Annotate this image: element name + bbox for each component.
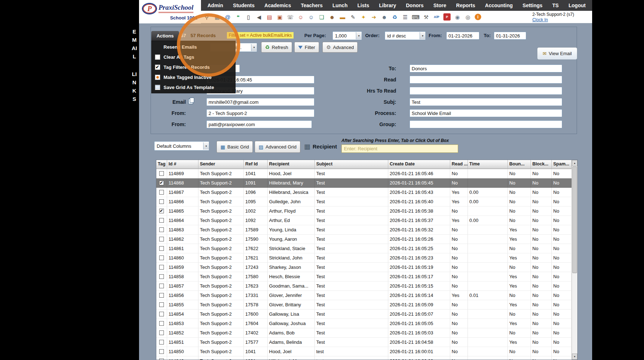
email-input[interactable] xyxy=(206,98,314,106)
scroll-down-button[interactable]: ▼ xyxy=(572,354,577,360)
nav-academics[interactable]: Academics xyxy=(263,3,292,8)
table-row[interactable]: 114859 Tech Support-2 17243 Sharkey, Jas… xyxy=(156,263,572,272)
view-email-button[interactable]: ✉ View Email xyxy=(537,47,577,60)
tag-checkbox[interactable] xyxy=(159,255,164,260)
table-row[interactable]: 114865 Tech Support-2 1002 Arthur, Floyd… xyxy=(156,206,572,216)
nav-settings[interactable]: Settings xyxy=(521,3,544,8)
tag-checkbox[interactable] xyxy=(159,181,164,185)
table-row[interactable]: 114853 Tech Support-2 17604 Galloway, Jo… xyxy=(156,319,572,328)
nav-admin[interactable]: Admin xyxy=(206,3,225,8)
column-header[interactable]: Read ... xyxy=(450,160,468,169)
list-icon[interactable]: ☰ xyxy=(402,13,409,21)
tag-checkbox[interactable] xyxy=(159,284,164,288)
tools-icon[interactable]: ⚒ xyxy=(422,13,430,21)
email-at-icon[interactable]: @ xyxy=(224,13,231,21)
staff-icon[interactable]: ☺ xyxy=(308,13,315,21)
nav-reports[interactable]: Reports xyxy=(455,3,477,8)
order-select[interactable]: id # desc ▼ xyxy=(385,31,426,40)
grid-scrollbar[interactable]: ▲ ▼ xyxy=(572,160,577,360)
pdf-icon[interactable]: P xyxy=(443,13,451,21)
sync-icon[interactable]: ♻ xyxy=(391,13,398,21)
table-row[interactable]: 114851 Tech Support-2 17577 Adams, Belin… xyxy=(156,338,572,347)
nav-ts[interactable]: TS xyxy=(551,3,560,8)
table-row[interactable]: 114864 Tech Support-2 1092 Arthur, Ed Te… xyxy=(156,216,572,225)
table-row[interactable]: 114856 Tech Support-2 17331 Glover, Jenn… xyxy=(156,291,572,300)
fax-icon[interactable]: ☏ xyxy=(287,13,294,21)
disc-icon[interactable]: ◎ xyxy=(464,13,471,21)
table-row[interactable]: 114850 Tech Support-2 1041 Hood, Joel te… xyxy=(156,347,572,356)
column-header[interactable]: Id # xyxy=(167,160,198,169)
announce-icon[interactable]: ◀ xyxy=(255,13,263,21)
menu-item-clear-all-tags[interactable]: Clear All Tags xyxy=(152,52,235,62)
copy-email-icon[interactable] xyxy=(188,99,193,104)
tag-checkbox[interactable] xyxy=(159,171,164,176)
tag-checkbox[interactable] xyxy=(159,359,164,360)
nav-donors[interactable]: Donors xyxy=(404,3,425,8)
tag-checkbox[interactable] xyxy=(159,218,164,223)
table-row[interactable]: 114867 Tech Support-2 1096 Hillebrand, J… xyxy=(156,188,572,197)
table-row[interactable]: 114869 Tech Support-2 1041 Hood, Joel Te… xyxy=(156,169,572,178)
column-header[interactable]: Recipient xyxy=(268,160,315,169)
award-icon[interactable]: ✦ xyxy=(360,13,367,21)
scroll-thumb[interactable] xyxy=(572,166,577,273)
info-icon[interactable]: i xyxy=(475,14,481,20)
column-header[interactable]: Sender xyxy=(198,160,244,169)
process-input[interactable] xyxy=(410,109,562,117)
column-header[interactable]: Subject xyxy=(315,160,388,169)
nav-lists[interactable]: Lists xyxy=(356,3,371,8)
table-row[interactable]: 114862 Tech Support-2 17590 Young, Aaron… xyxy=(156,235,572,244)
table-row[interactable]: 114854 Tech Support-2 17600 Galloway, Li… xyxy=(156,310,572,319)
per-page-select[interactable]: 1,000 ▼ xyxy=(332,31,362,40)
date-from-input[interactable] xyxy=(446,32,479,40)
search-icon[interactable]: ⚲ xyxy=(203,13,210,21)
column-header[interactable]: Spam... xyxy=(552,160,572,169)
nav-library[interactable]: Library xyxy=(377,3,397,8)
table-row[interactable]: 114863 Tech Support-2 17589 Young, Linda… xyxy=(156,225,572,235)
from-name-input[interactable] xyxy=(206,109,314,117)
from-address-input[interactable] xyxy=(206,120,312,128)
column-header[interactable]: Ref Id xyxy=(244,160,268,169)
nav-students[interactable]: Students xyxy=(232,3,256,8)
calendar-icon[interactable]: ▣ xyxy=(276,13,283,21)
tag-checkbox[interactable] xyxy=(159,237,164,241)
group-input[interactable] xyxy=(410,120,562,128)
tag-checkbox[interactable] xyxy=(159,274,164,279)
table-row[interactable]: 114849 Tech Support-2 1091 Hillebrand, M… xyxy=(156,356,572,360)
table-row[interactable]: 114866 Tech Support-2 1095 Gulledge, Joh… xyxy=(156,197,572,206)
web-icon[interactable]: ◉ xyxy=(454,13,461,21)
recipient-search-input[interactable] xyxy=(341,145,458,153)
nav-accounting[interactable]: Accounting xyxy=(484,3,514,8)
column-header[interactable]: Boun... xyxy=(508,160,531,169)
notes-icon[interactable]: ✎ xyxy=(349,13,357,21)
tag-checkbox[interactable] xyxy=(159,349,164,354)
date-to-input[interactable] xyxy=(494,32,526,40)
table-row[interactable]: 114868 Tech Support-2 1091 Hillebrand, M… xyxy=(156,178,572,188)
table-row[interactable]: 114852 Tech Support-2 17402 Adams, Bob T… xyxy=(156,328,572,338)
nav-teachers[interactable]: Teachers xyxy=(299,3,324,8)
mobile-icon[interactable]: ▯ xyxy=(245,13,252,21)
ap-icon[interactable]: A/P xyxy=(433,13,440,21)
export-icon[interactable]: ➔ xyxy=(370,13,377,21)
tag-checkbox[interactable] xyxy=(159,302,164,307)
read-input[interactable] xyxy=(410,76,562,84)
tag-checkbox[interactable] xyxy=(159,246,164,251)
report-icon[interactable]: ▤ xyxy=(266,13,273,21)
keyboard-icon[interactable]: ⌨ xyxy=(412,13,419,21)
scroll-up-button[interactable]: ▲ xyxy=(572,160,577,166)
people-icon[interactable]: ☻ xyxy=(381,13,388,21)
clock-in-link[interactable]: Clock In xyxy=(532,17,548,22)
basic-grid-button[interactable]: ▦ Basic Grid xyxy=(216,141,253,153)
menu-item-make-tagged-inactive[interactable]: Make Tagged Inactive xyxy=(152,72,235,82)
columns-select[interactable]: Default Columns ▼ xyxy=(154,141,209,151)
tag-checkbox[interactable] xyxy=(159,330,164,335)
chat-icon[interactable]: ❝ xyxy=(234,13,242,21)
table-row[interactable]: 114860 Tech Support-2 17621 Strickland, … xyxy=(156,253,572,263)
advanced-button[interactable]: ⚙ Advanced xyxy=(322,42,358,53)
tag-checkbox[interactable] xyxy=(159,199,164,204)
column-header[interactable]: Block... xyxy=(531,160,552,169)
table-row[interactable]: 114858 Tech Support-2 17580 Hesch, Bless… xyxy=(156,272,572,281)
refresh-button[interactable]: ♻ Refresh xyxy=(261,42,292,53)
advanced-grid-button[interactable]: ▨ Advanced Grid xyxy=(255,141,300,153)
tag-checkbox[interactable] xyxy=(159,340,164,345)
menu-item-resend-emails[interactable]: Resend Emails xyxy=(152,42,235,52)
